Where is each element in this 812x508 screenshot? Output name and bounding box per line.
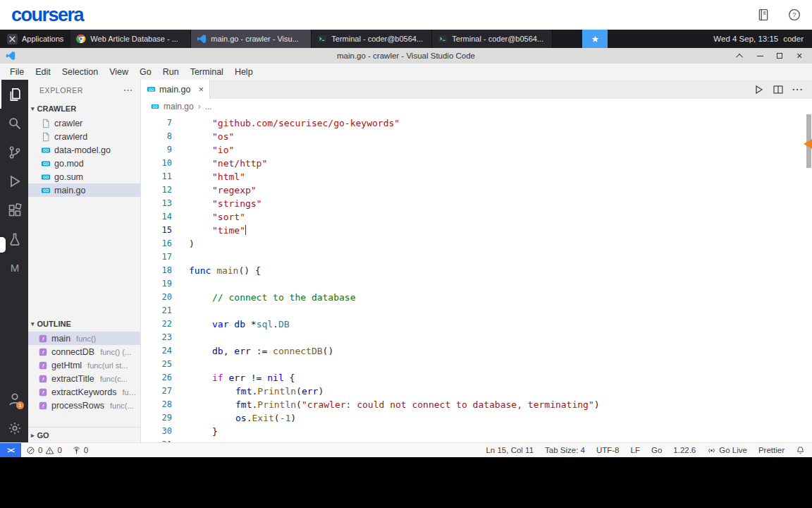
go-live-button[interactable]: Go Live xyxy=(707,446,747,455)
code-line-26[interactable]: 26if err != nil { xyxy=(141,371,812,385)
code-line-16[interactable]: 16) xyxy=(141,237,812,250)
menu-view[interactable]: View xyxy=(104,67,134,77)
tab-close-icon[interactable]: × xyxy=(198,84,204,95)
activity-extensions[interactable] xyxy=(0,195,28,224)
section-crawler[interactable]: ▾ CRAWLER xyxy=(28,101,140,116)
problems-indicator[interactable]: 0 0 xyxy=(21,443,67,457)
code-line-7[interactable]: 7"github.com/securisec/go-keywords" xyxy=(141,116,812,130)
line-content: ) xyxy=(189,237,195,250)
code-line-21[interactable]: 21 xyxy=(141,304,812,318)
menu-edit[interactable]: Edit xyxy=(30,67,56,77)
code-line-24[interactable]: 24db, err := connectDB() xyxy=(141,344,812,358)
code-line-27[interactable]: 27fmt.Println(err) xyxy=(141,385,812,398)
activity-extension-m[interactable]: M xyxy=(0,253,28,282)
cursor-position[interactable]: Ln 15, Col 11 xyxy=(486,446,534,454)
remote-indicator[interactable]: >< xyxy=(0,443,21,457)
file-item-crawler[interactable]: crawler xyxy=(28,116,140,130)
maximize-button[interactable] xyxy=(775,52,784,60)
code-line-9[interactable]: 9"io" xyxy=(141,143,812,157)
code-line-15[interactable]: 15"time" xyxy=(141,224,812,237)
outline-item-main[interactable]: fmainfunc() xyxy=(28,332,140,345)
prettier-button[interactable]: Prettier xyxy=(758,446,785,454)
split-editor-icon[interactable] xyxy=(773,84,784,95)
language-mode[interactable]: Go xyxy=(651,446,662,454)
code-line-10[interactable]: 10"net/http" xyxy=(141,157,812,170)
svg-text:M: M xyxy=(11,262,20,274)
outline-name: connectDB xyxy=(51,347,94,357)
editor-actions: ··· xyxy=(753,80,812,99)
code-line-17[interactable]: 17 xyxy=(141,250,812,264)
code-line-28[interactable]: 28fmt.Println("crawler: could not connec… xyxy=(141,398,812,411)
code-line-12[interactable]: 12"regexp" xyxy=(141,183,812,197)
ports-indicator[interactable]: 0 xyxy=(67,443,93,457)
minimize-button[interactable] xyxy=(756,52,764,60)
activity-settings[interactable] xyxy=(0,413,28,442)
explorer-more-icon[interactable]: ··· xyxy=(124,86,134,95)
code-line-30[interactable]: 30} xyxy=(141,425,812,438)
screen: coursera ? Applications Web Article Data… xyxy=(0,0,812,508)
layout-chevron-icon[interactable] xyxy=(736,52,744,60)
file-item-data-model.go[interactable]: GOdata-model.go xyxy=(28,143,140,157)
line-number: 18 xyxy=(141,264,172,277)
coursera-logo: coursera xyxy=(11,4,83,26)
file-item-go.mod[interactable]: GOgo.mod xyxy=(28,157,140,170)
close-button[interactable]: × xyxy=(795,52,804,60)
code-area[interactable]: 7"github.com/securisec/go-keywords"8"os"… xyxy=(141,114,812,442)
menu-terminal[interactable]: Terminal xyxy=(185,67,229,77)
taskbar-window-button[interactable]: Terminal - coder@b0564... xyxy=(312,30,432,48)
eol[interactable]: LF xyxy=(631,446,640,454)
breadcrumb[interactable]: GO main.go › ... xyxy=(141,99,812,114)
menu-run[interactable]: Run xyxy=(157,67,185,77)
outline-item-connectDB[interactable]: fconnectDBfunc() (... xyxy=(28,345,140,358)
side-panel-handle[interactable] xyxy=(0,237,6,253)
code-line-20[interactable]: 20// connect to the database xyxy=(141,291,812,304)
highlighted-task-button[interactable] xyxy=(582,30,608,48)
outline-item-extractKeywords[interactable]: fextractKeywordsfunc... xyxy=(28,385,140,399)
file-item-crawlerd[interactable]: crawlerd xyxy=(28,130,140,143)
activity-source-control[interactable] xyxy=(0,138,28,167)
breadcrumb-more[interactable]: ... xyxy=(205,102,212,111)
outline-item-extractTitle[interactable]: fextractTitlefunc(c... xyxy=(28,372,140,385)
help-icon[interactable]: ? xyxy=(788,8,801,21)
applications-menu[interactable]: Applications xyxy=(0,30,70,48)
menu-file[interactable]: File xyxy=(4,67,30,77)
title-bar[interactable]: main.go - crawler - Visual Studio Code × xyxy=(0,48,812,64)
section-go[interactable]: ▸ GO xyxy=(28,427,140,442)
activity-accounts[interactable]: 1 xyxy=(0,385,28,413)
menu-selection[interactable]: Selection xyxy=(56,67,104,77)
code-line-25[interactable]: 25 xyxy=(141,358,812,371)
outline-item-processRows[interactable]: fprocessRowsfunc(... xyxy=(28,399,140,412)
activity-explorer[interactable] xyxy=(0,80,28,109)
activity-run-debug[interactable] xyxy=(0,167,28,195)
code-line-8[interactable]: 8"os" xyxy=(141,130,812,143)
encoding[interactable]: UTF-8 xyxy=(596,446,620,454)
code-line-11[interactable]: 11"html" xyxy=(141,170,812,183)
more-actions-icon[interactable]: ··· xyxy=(792,84,804,95)
code-line-29[interactable]: 29os.Exit(-1) xyxy=(141,411,812,425)
section-outline[interactable]: ▾ OUTLINE xyxy=(28,316,140,332)
code-line-22[interactable]: 22var db *sql.DB xyxy=(141,318,812,331)
file-item-main.go[interactable]: GOmain.go xyxy=(28,183,140,197)
taskbar-window-button[interactable]: Web Article Database - ... xyxy=(70,30,191,48)
taskbar-clock[interactable]: Wed 4 Sep, 13:15 coder xyxy=(705,30,812,48)
notes-icon[interactable] xyxy=(757,8,770,21)
tab-size[interactable]: Tab Size: 4 xyxy=(545,446,585,454)
bell-icon[interactable] xyxy=(796,446,805,455)
taskbar-window-button[interactable]: Terminal - coder@b0564... xyxy=(432,30,553,48)
menu-go[interactable]: Go xyxy=(134,67,157,77)
code-line-13[interactable]: 13"strings" xyxy=(141,197,812,210)
run-button[interactable] xyxy=(753,84,764,95)
activity-search[interactable] xyxy=(0,109,28,138)
tab-main-go[interactable]: GO main.go × xyxy=(141,80,210,99)
code-line-19[interactable]: 19 xyxy=(141,277,812,291)
code-line-18[interactable]: 18func main() { xyxy=(141,264,812,277)
outline-item-getHtml[interactable]: fgetHtmlfunc(url st... xyxy=(28,358,140,372)
code-line-31[interactable]: 31 xyxy=(141,438,812,442)
menu-help[interactable]: Help xyxy=(229,67,259,77)
breadcrumb-file[interactable]: main.go xyxy=(164,102,194,111)
code-line-14[interactable]: 14"sort" xyxy=(141,210,812,224)
taskbar-window-button[interactable]: main.go - crawler - Visu... xyxy=(191,30,312,48)
code-line-23[interactable]: 23 xyxy=(141,331,812,344)
go-version[interactable]: 1.22.6 xyxy=(673,446,696,454)
file-item-go.sum[interactable]: GOgo.sum xyxy=(28,170,140,183)
